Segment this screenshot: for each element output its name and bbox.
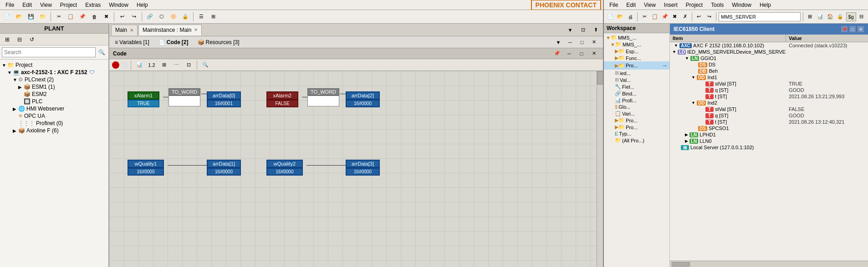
tree-item-esm2[interactable]: 📦 ESM2 bbox=[0, 91, 108, 98]
menu-file[interactable]: File bbox=[2, 1, 18, 9]
tree-item-plcnext[interactable]: ▼ ⚙ PLCnext (2) bbox=[0, 76, 108, 83]
iec-row-stval1[interactable]: T stVal [ST] TRUE bbox=[670, 81, 868, 87]
r-undo-btn[interactable]: ↩ bbox=[694, 12, 704, 22]
tab-float-btn[interactable]: ⬆ bbox=[590, 25, 601, 35]
resources-tab[interactable]: 📦Resources [3] bbox=[196, 38, 241, 46]
ws-item-pro2[interactable]: ▶ 📁 Pro... bbox=[604, 117, 669, 124]
ws-item-glo[interactable]: $ Glo... bbox=[604, 104, 669, 110]
tree-collapse-btn[interactable]: ⊟ bbox=[14, 35, 25, 45]
iec-row-ied[interactable]: ▼ LD IED_MMS_SERVERLDevice_MMS_SERVER bbox=[670, 49, 868, 55]
iec-pin-btn[interactable]: 📌 bbox=[841, 25, 848, 33]
right-menu-edit[interactable]: Edit bbox=[623, 1, 639, 9]
r-copy-btn[interactable]: 📋 bbox=[650, 12, 659, 22]
menu-window[interactable]: Window bbox=[105, 1, 132, 9]
ws-item-allpro[interactable]: 📁 (All Pro...) bbox=[604, 137, 669, 144]
cut-btn[interactable]: ✂ bbox=[53, 12, 64, 22]
server-input[interactable] bbox=[719, 12, 801, 21]
r-del-btn[interactable]: ✖ bbox=[670, 12, 679, 22]
wquality2-block[interactable]: wQuality2 16#0000 bbox=[266, 160, 303, 176]
tab-maininstance-close[interactable]: ✕ bbox=[194, 27, 198, 32]
ws-item-pro3[interactable]: ▶ 📁 Pro... bbox=[604, 124, 669, 131]
r-btn2[interactable]: 📂 bbox=[616, 12, 625, 22]
ws-item-pro1[interactable]: ▶ 📁 Pro... → bbox=[604, 61, 669, 70]
r-del2-btn[interactable]: ✗ bbox=[680, 12, 689, 22]
expand-ind1[interactable]: ▼ bbox=[691, 75, 695, 80]
r-expand-btn[interactable]: ⊟ bbox=[857, 12, 866, 22]
ws-item-mms1[interactable]: ▼ 📁 MMS_... bbox=[604, 34, 669, 41]
run-btn[interactable] bbox=[121, 61, 128, 69]
right-menu-help[interactable]: Help bbox=[756, 1, 775, 9]
tree-item-plc[interactable]: 🔲 PLC bbox=[0, 98, 108, 105]
delete-btn[interactable]: 🗑 bbox=[89, 12, 100, 22]
ws-item-func[interactable]: ▶ 📁 Func... bbox=[604, 55, 669, 61]
search-icon[interactable]: 🔍 bbox=[97, 47, 107, 57]
open-btn[interactable]: 📂 bbox=[14, 12, 25, 22]
iec-row-t2[interactable]: T t [ST] 2021.08.26 13:12:40,321 bbox=[670, 119, 868, 125]
iec-max-btn[interactable]: □ bbox=[849, 25, 856, 33]
iec-row-t1[interactable]: T t [ST] 2021.08.26 13:21:29,993 bbox=[670, 93, 868, 100]
iec-row-q1[interactable]: T q [ST] GOOD bbox=[670, 87, 868, 93]
tree-item-hmi[interactable]: ▶ 🌐 HMI Webserver bbox=[0, 105, 108, 112]
ws-item-esp[interactable]: ▶ 📁 Esp... bbox=[604, 48, 669, 55]
tree-item-profinet[interactable]: ⋮⋮⋮ Profinet (0) bbox=[0, 120, 108, 127]
iec-row-local[interactable]: ⊞ Local Server (127.0.0.1:102) bbox=[670, 144, 868, 151]
paste-btn[interactable]: 📌 bbox=[77, 12, 88, 22]
iec-row-spcso[interactable]: DS SPCSO1 bbox=[670, 125, 868, 131]
r-btn1[interactable]: 📄 bbox=[606, 12, 615, 22]
menu-extras[interactable]: Extras bbox=[82, 1, 104, 9]
expand-ind2[interactable]: ▼ bbox=[691, 101, 695, 105]
code-close2-btn[interactable]: ✕ bbox=[588, 49, 599, 59]
zoom-btn[interactable]: 1.2 bbox=[146, 60, 157, 70]
ws-item-bind[interactable]: 🔗 Bind... bbox=[604, 90, 669, 97]
stop-btn[interactable] bbox=[112, 61, 119, 69]
ws-item-val[interactable]: ⊞ Val... bbox=[604, 76, 669, 83]
lad-btn[interactable]: ⊡ bbox=[183, 60, 194, 70]
code-minimize-btn[interactable]: ─ bbox=[565, 37, 576, 47]
r-redo-btn[interactable]: ↪ bbox=[705, 12, 714, 22]
redo-btn[interactable]: ↪ bbox=[128, 12, 139, 22]
tree-item-axioline[interactable]: ▶ 📦 Axioline F (6) bbox=[0, 127, 108, 134]
menu-help[interactable]: Help bbox=[133, 1, 152, 9]
tree-refresh-btn[interactable]: ↺ bbox=[26, 35, 37, 45]
copy-btn[interactable]: 📋 bbox=[65, 12, 76, 22]
tab-expand-btn[interactable]: ⊡ bbox=[577, 25, 588, 35]
xalarm2-block[interactable]: xAlarm2 FALSE bbox=[266, 91, 298, 107]
r-cut-btn[interactable]: ✂ bbox=[640, 12, 649, 22]
code-maximize-btn[interactable]: □ bbox=[577, 37, 587, 47]
arrdata3-block[interactable]: arrData[3] 16#0000 bbox=[346, 160, 380, 176]
arrdata2-block[interactable]: arrData[2] 16#0000 bbox=[346, 91, 380, 107]
right-menu-insert[interactable]: Insert bbox=[660, 1, 681, 9]
toword2-block[interactable]: TO_WORD bbox=[307, 88, 339, 106]
wquality1-block[interactable]: wQuality1 16#0000 bbox=[128, 160, 164, 176]
toword1-block[interactable]: TO_WORD bbox=[168, 88, 200, 106]
right-menu-project[interactable]: Project bbox=[682, 1, 706, 9]
menu-project[interactable]: Project bbox=[56, 1, 81, 9]
expand-lln0[interactable]: ▶ bbox=[685, 139, 688, 143]
iec-close-btn[interactable]: ✕ bbox=[857, 25, 864, 33]
code-tab[interactable]: 📄Code [2] bbox=[157, 38, 190, 46]
ws-item-fiel[interactable]: 🔧 Fiel... bbox=[604, 83, 669, 90]
iec-row-axc[interactable]: ▼ AXC AXC F 2152 (192.168.0.10:102) Conn… bbox=[670, 42, 868, 49]
undo-btn[interactable]: ↩ bbox=[117, 12, 128, 22]
grid-view-btn[interactable]: ⊞ bbox=[158, 60, 169, 70]
connect2-btn[interactable]: ⬡ bbox=[156, 12, 167, 22]
code-max2-btn[interactable]: □ bbox=[576, 49, 587, 59]
tab-main[interactable]: Main ✕ bbox=[111, 25, 138, 35]
tab-maininstance[interactable]: MainInstance : Main ✕ bbox=[138, 25, 202, 35]
tree-item-esm1[interactable]: ▶ 📦 ESM1 (1) bbox=[0, 83, 108, 91]
xalarm1-block[interactable]: xAlarm1 TRUE bbox=[128, 91, 159, 107]
expand-axc[interactable]: ▼ bbox=[674, 43, 678, 48]
right-menu-view[interactable]: View bbox=[640, 1, 659, 9]
tree-item-project[interactable]: ▼ 📁 Project bbox=[0, 61, 108, 69]
tree-item-axc[interactable]: ▼ 💻 axc-f-2152-1 : AXC F 2152 🛡 bbox=[0, 69, 108, 76]
ws-item-ied[interactable]: ⊞ ied... bbox=[604, 70, 669, 76]
connect4-btn[interactable]: 🔒 bbox=[180, 12, 191, 22]
expand-ggio[interactable]: ▼ bbox=[685, 56, 689, 60]
right-menu-tools[interactable]: Tools bbox=[707, 1, 727, 9]
iec-row-ind1[interactable]: ▼ DD Ind1 bbox=[670, 74, 868, 81]
code-min2-btn[interactable]: ─ bbox=[564, 49, 575, 59]
connect-btn[interactable]: 🔗 bbox=[144, 12, 155, 22]
iec-row-ind2[interactable]: ▼ DD Ind2 bbox=[670, 100, 868, 106]
ws-item-profi[interactable]: 📊 Profi... bbox=[604, 97, 669, 104]
code-more-btn[interactable]: ▼ bbox=[553, 37, 564, 47]
